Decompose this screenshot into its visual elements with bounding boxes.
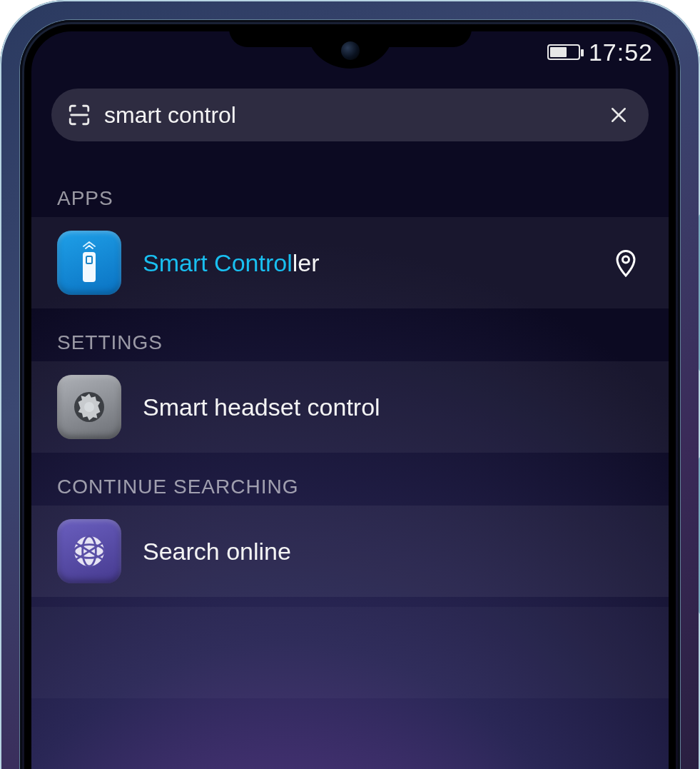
gear-icon [57,375,121,439]
match-highlight: Smart Control [143,249,293,276]
match-rest: ler [293,249,320,276]
status-bar: 17:52 [547,37,653,67]
section-header-settings: SETTINGS [31,318,669,361]
section-header-continue: CONTINUE SEARCHING [31,463,669,506]
app-result-title: Smart Controller [143,249,587,277]
empty-row [31,607,669,698]
search-bar[interactable]: smart control [51,89,649,141]
phone-frame-inner: 17:52 smart control [24,24,676,769]
viewport: 17:52 smart control [0,0,700,769]
search-input[interactable]: smart control [104,102,592,129]
settings-result-title: Smart headset control [143,393,643,421]
phone-body: 17:52 smart control [0,0,700,769]
app-result-smart-controller[interactable]: Smart Controller [31,217,669,308]
battery-icon [547,44,580,60]
phone-frame-outer: 17:52 smart control [20,20,680,769]
settings-result-smart-headset[interactable]: Smart headset control [31,361,669,453]
locate-icon[interactable] [609,246,643,280]
section-header-apps: APPS [31,174,669,217]
screen: 17:52 smart control [31,31,669,769]
search-online[interactable]: Search online [31,506,669,597]
globe-icon [57,519,121,583]
front-camera [341,41,360,60]
clock: 17:52 [589,39,653,66]
svg-point-2 [623,256,629,263]
results: APPS Smart Contr [31,174,669,708]
clear-icon[interactable] [604,101,633,129]
search-online-title: Search online [143,538,643,566]
remote-icon [57,231,121,295]
scan-icon[interactable] [67,103,91,127]
